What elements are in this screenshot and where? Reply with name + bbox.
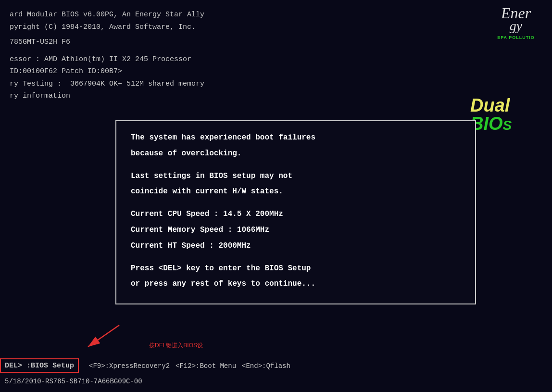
dual-bios-logo: Dual BIOS [470, 96, 547, 135]
dialog-line8: Press <DEL> key to enter the BIOS Setup [131, 262, 461, 276]
bios-screen: ard Modular BIOS v6.00PG, An Energy Star… [0, 0, 552, 392]
energy-star-text: Ener gy [501, 5, 531, 34]
dialog-line5: Current CPU Speed : 14.5 X 200MHz [131, 207, 461, 221]
bios-info: ry information [10, 90, 542, 102]
bios-memory: ry Testing : 3667904K OK+ 512M shared me… [10, 78, 542, 90]
svg-line-1 [88, 325, 119, 347]
dialog-line9: or press any rest of keys to continue... [131, 277, 461, 291]
bios-patch: ID:00100F62 Patch ID:00B7> [10, 65, 542, 78]
dialog-line3: Last settings in BIOS setup may not [131, 169, 461, 183]
chinese-annotation: 按DEL键进入BIOS设 [149, 341, 203, 350]
dual-text: Dual [470, 95, 510, 115]
bios-header: ard Modular BIOS v6.00PG, An Energy Star… [0, 5, 552, 106]
dialog-line6: Current Memory Speed : 1066MHz [131, 223, 461, 237]
f9-key: <F9>:XpressRecovery2 [89, 362, 170, 370]
energy-star-logo: Ener gy EPA POLLUTIO [485, 5, 547, 58]
chinese-text: 按DEL键进入BIOS设 [149, 342, 203, 349]
arrow-annotation [81, 323, 129, 352]
dialog-line2: because of overclocking. [131, 147, 461, 161]
bios-model: 785GMT-US2H F6 [10, 36, 542, 49]
bios-date: 5/18/2010-RS785-SB710-7A66BG09C-00 [0, 378, 147, 385]
boot-failure-dialog: The system has experienced boot failures… [115, 120, 476, 304]
dialog-line4: coincide with current H/W states. [131, 185, 461, 199]
end-key: <End>:Qflash [242, 362, 290, 370]
key-row: <F9>:XpressRecovery2 <F12>:Boot Menu <En… [0, 359, 552, 373]
dialog-content: The system has experienced boot failures… [131, 131, 461, 291]
epa-text: EPA POLLUTIO [497, 35, 535, 40]
bios-processor: essor : AMD Athlon(tm) II X2 245 Process… [10, 53, 542, 66]
dialog-line1: The system has experienced boot failures [131, 131, 461, 145]
bios-line1: ard Modular BIOS v6.00PG, An Energy Star… [10, 9, 542, 21]
f12-key: <F12>:Boot Menu [176, 362, 236, 370]
bios-line2: pyright (C) 1984-2010, Award Software, I… [10, 21, 542, 34]
dialog-line7: Current HT Speed : 2000MHz [131, 239, 461, 253]
